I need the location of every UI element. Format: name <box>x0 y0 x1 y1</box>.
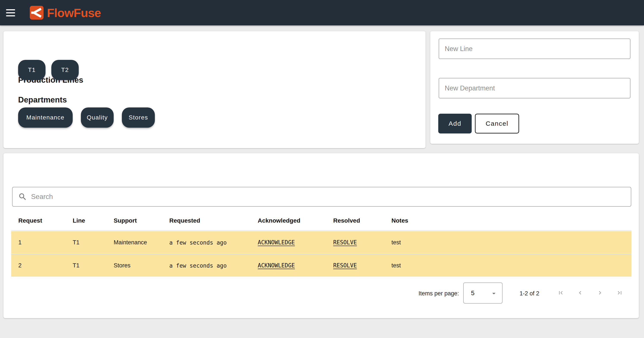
cancel-button[interactable]: Cancel <box>475 114 519 134</box>
cell-requested: a few seconds ago <box>169 262 258 269</box>
production-panel-card: Production Lines T1 T2 Departments Maint… <box>4 31 426 148</box>
cell-line: T1 <box>73 262 114 269</box>
menu-hamburger-icon[interactable] <box>6 8 16 17</box>
cell-notes: test <box>392 262 632 269</box>
column-header-support: Support <box>114 217 169 224</box>
flowfuse-logo-icon <box>30 6 44 19</box>
cell-requested: a few seconds ago <box>169 239 258 246</box>
app-header: FlowFuse <box>0 0 644 25</box>
items-per-page-label: Items per page: <box>418 290 459 297</box>
cell-request: 1 <box>18 239 73 246</box>
search-icon <box>18 192 27 201</box>
add-form-card: Add Cancel <box>430 31 639 144</box>
cell-support: Stores <box>114 262 169 269</box>
brand-title: FlowFuse <box>47 6 101 19</box>
last-page-icon[interactable] <box>616 289 623 296</box>
resolve-link[interactable]: RESOLVE <box>333 262 357 269</box>
cell-notes: test <box>392 239 632 246</box>
new-department-input[interactable] <box>439 78 630 98</box>
items-per-page-value: 5 <box>464 290 474 297</box>
table-row: 1 T1 Maintenance a few seconds ago ACKNO… <box>11 231 632 254</box>
requests-table-card: Request Line Support Requested Acknowled… <box>4 153 639 318</box>
pagination-range-label: 1-2 of 2 <box>520 290 540 297</box>
column-header-request: Request <box>18 217 73 224</box>
department-button-maintenance[interactable]: Maintenance <box>18 107 73 128</box>
column-header-notes: Notes <box>392 217 632 224</box>
cell-line: T1 <box>73 239 114 246</box>
cell-request: 2 <box>18 262 73 269</box>
line-button-t2[interactable]: T2 <box>51 60 79 80</box>
column-header-acknowledged: Acknowledged <box>258 217 333 224</box>
search-input[interactable] <box>31 189 631 204</box>
next-page-icon[interactable] <box>596 289 604 296</box>
new-line-input[interactable] <box>439 38 630 59</box>
department-button-stores[interactable]: Stores <box>122 107 155 128</box>
chevron-down-icon <box>490 290 498 297</box>
items-per-page-select[interactable]: 5 <box>463 282 502 304</box>
search-field[interactable] <box>12 187 631 207</box>
departments-heading: Departments <box>18 95 67 105</box>
table-header-row: Request Line Support Requested Acknowled… <box>11 211 632 231</box>
add-button[interactable]: Add <box>438 114 472 134</box>
column-header-line: Line <box>73 217 114 224</box>
previous-page-icon[interactable] <box>577 289 584 296</box>
acknowledge-link[interactable]: ACKNOWLEDGE <box>258 239 295 246</box>
acknowledge-link[interactable]: ACKNOWLEDGE <box>258 262 295 269</box>
first-page-icon[interactable] <box>557 289 564 296</box>
department-button-quality[interactable]: Quality <box>81 107 114 128</box>
resolve-link[interactable]: RESOLVE <box>333 239 357 246</box>
line-button-t1[interactable]: T1 <box>18 60 46 80</box>
cell-support: Maintenance <box>114 239 169 246</box>
column-header-resolved: Resolved <box>333 217 392 224</box>
table-row: 2 T1 Stores a few seconds ago ACKNOWLEDG… <box>11 254 632 277</box>
column-header-requested: Requested <box>169 217 258 224</box>
